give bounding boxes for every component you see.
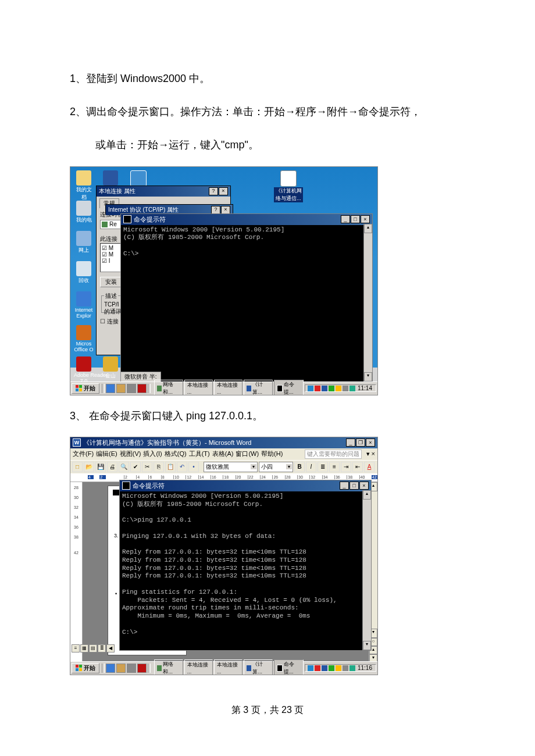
font-color-icon[interactable]: A — [364, 462, 374, 472]
desktop-icon-network[interactable]: 网上 — [74, 231, 94, 254]
menu-table[interactable]: 表格(A) — [212, 450, 234, 458]
tray-icon[interactable] — [308, 665, 313, 671]
tray-icon[interactable] — [336, 386, 341, 391]
close-icon[interactable]: × — [366, 438, 375, 447]
window-command-prompt[interactable]: 命令提示符 _ □ × Microsoft Windows 2000 [Vers… — [120, 213, 373, 382]
menu-window[interactable]: 窗口(W) — [236, 450, 259, 458]
desktop-icon-mydocs[interactable]: 我的文档 — [74, 170, 94, 201]
desktop-icon-ie[interactable]: Internet Explor — [74, 291, 94, 319]
undo-icon[interactable]: ↶ — [177, 462, 187, 472]
list-icon[interactable]: ≡ — [329, 462, 340, 472]
menu-edit[interactable]: 编辑(E) — [96, 450, 117, 458]
install-button[interactable]: 安装 — [100, 277, 122, 287]
taskbar-item-active[interactable]: 命令提... — [274, 380, 304, 395]
menu-view[interactable]: 视图(V) — [120, 450, 141, 458]
desktop-icon-mycomputer[interactable]: 我的电 — [74, 201, 94, 224]
taskbar-item-active[interactable]: 命令提... — [274, 659, 304, 675]
help-icon[interactable]: ? — [209, 187, 218, 195]
redo-icon[interactable]: • — [188, 462, 199, 472]
desktop-icon-app1[interactable] — [101, 170, 120, 186]
tray-icon[interactable] — [308, 386, 313, 391]
start-button[interactable]: 开始 — [72, 383, 99, 394]
close-icon[interactable]: × — [219, 187, 228, 195]
view-outline-icon[interactable]: ≣ — [98, 644, 106, 652]
tray-icon[interactable] — [343, 665, 348, 671]
cmd-terminal[interactable]: Microsoft Windows 2000 [Version 5.00.219… — [121, 225, 372, 259]
minimize-icon[interactable]: _ — [340, 482, 349, 490]
taskbar-item[interactable]: 网络和... — [154, 380, 183, 395]
size-combo[interactable]: 小四 — [259, 462, 293, 472]
taskbar-item[interactable]: 本地连接 ... — [184, 659, 213, 675]
ql-ie-icon[interactable] — [106, 384, 115, 393]
taskbar-item[interactable]: 《计算... — [244, 659, 273, 675]
indent-icon[interactable]: ⇥ — [341, 462, 351, 472]
desktop-icon-recycle[interactable]: 回收 — [74, 261, 94, 284]
menu-format[interactable]: 格式(Q) — [165, 450, 187, 458]
save-icon[interactable]: 💾 — [95, 462, 106, 472]
desktop-icon-textdoc[interactable]: 《计算机网络与通信... — [274, 170, 303, 202]
spell-icon[interactable]: ✔ — [130, 462, 141, 472]
close-icon[interactable]: × — [361, 215, 370, 223]
scroll-up-icon[interactable]: ▴ — [364, 224, 372, 233]
outdent-icon[interactable]: ⇤ — [352, 462, 363, 472]
font-combo[interactable]: 微软雅黑 — [204, 462, 258, 472]
menu-file[interactable]: 文件(F) — [73, 450, 94, 458]
desktop-icon-adobe[interactable]: Adobe Reader 7.0 — [74, 356, 94, 384]
desktop-icon-office[interactable]: Micros Office O — [74, 325, 94, 352]
tray-icon[interactable] — [315, 665, 320, 671]
maximize-icon[interactable]: □ — [351, 215, 360, 223]
start-button[interactable]: 开始 — [72, 663, 99, 673]
tray-icon[interactable] — [329, 665, 334, 671]
align-icon[interactable]: ≣ — [318, 462, 328, 472]
desktop-icon-app2[interactable] — [129, 170, 148, 187]
tray-icon[interactable] — [322, 386, 327, 391]
ql-outlook-icon[interactable] — [116, 664, 126, 673]
cmd-titlebar[interactable]: 命令提示符 _ □ × — [120, 480, 371, 491]
paste-icon[interactable]: 📋 — [165, 462, 176, 472]
taskbar-item[interactable]: 本地连接 ... — [214, 380, 242, 395]
scroll-up-icon[interactable]: ▴ — [363, 490, 371, 500]
cmd-terminal[interactable]: Microsoft Windows 2000 [Version 5.00.219… — [120, 491, 371, 638]
tray-icon[interactable] — [349, 665, 355, 671]
open-icon[interactable]: 📂 — [84, 462, 94, 472]
view-web-icon[interactable]: ▦ — [80, 644, 88, 652]
tray-icon[interactable] — [315, 386, 320, 391]
ql-desktop-icon[interactable] — [127, 384, 136, 393]
tray-icon[interactable] — [343, 386, 348, 391]
taskbar-item[interactable]: 本地连接 ... — [184, 380, 213, 395]
cut-icon[interactable]: ✂ — [142, 462, 152, 472]
desktop-icon-jinshan[interactable]: 金山 — [101, 356, 120, 380]
print-icon[interactable]: 🖨 — [107, 462, 117, 472]
close-icon[interactable]: × — [359, 482, 369, 490]
new-icon[interactable]: □ — [72, 462, 83, 472]
menu-tools[interactable]: 工具(T) — [189, 450, 210, 458]
close-icon[interactable]: × — [221, 206, 230, 214]
maximize-icon[interactable]: □ — [349, 482, 359, 490]
scrollbar[interactable]: ▴ ▾ — [362, 490, 371, 650]
ql-ie-icon[interactable] — [106, 664, 115, 673]
minimize-icon[interactable]: _ — [341, 215, 350, 223]
show-icon-check[interactable]: 连接 — [107, 318, 119, 324]
preview-icon[interactable]: 🔍 — [119, 462, 129, 472]
taskbar-item[interactable]: 网络和... — [154, 659, 183, 675]
scrollbar[interactable]: ▴ ▾ — [363, 224, 372, 381]
scroll-down-icon[interactable]: ▾ — [364, 372, 372, 381]
menu-help[interactable]: 帮助(H) — [261, 450, 283, 458]
help-search-box[interactable]: 键入需要帮助的问题 — [305, 450, 362, 459]
ql-outlook-icon[interactable] — [116, 384, 126, 393]
ql-app-icon[interactable] — [137, 664, 147, 673]
help-icon[interactable]: ? — [211, 206, 220, 214]
tray-icon[interactable] — [329, 386, 334, 391]
tray-icon[interactable] — [349, 386, 355, 391]
ruler-vertical[interactable]: 28 30 32 34 36 38 42 — [70, 482, 83, 662]
word-titlebar[interactable]: W 《计算机网络与通信》实验指导书（黄英）- Microsoft Word _ … — [70, 437, 377, 448]
menu-insert[interactable]: 插入(I) — [143, 450, 162, 458]
taskbar-item[interactable]: 《计算... — [244, 380, 273, 395]
view-reading-icon[interactable]: ◀ — [106, 644, 115, 652]
tray-icon[interactable] — [336, 665, 341, 671]
bold-icon[interactable]: B — [294, 462, 305, 472]
taskbar-item[interactable]: 本地连接 ... — [214, 659, 242, 675]
view-normal-icon[interactable]: ≡ — [72, 644, 80, 652]
scroll-down-icon[interactable]: ▾ — [363, 641, 371, 650]
ql-desktop-icon[interactable] — [127, 664, 136, 673]
